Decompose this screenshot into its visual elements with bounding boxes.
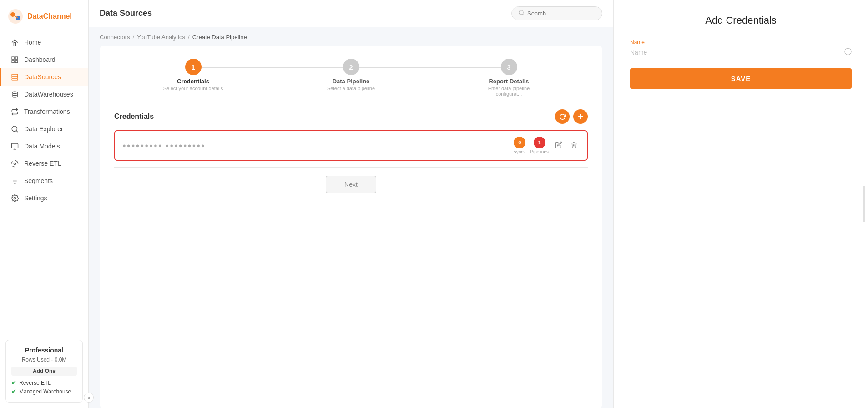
sidebar-item-reverse-etl[interactable]: Reverse ETL	[0, 155, 88, 172]
svg-point-22	[519, 10, 523, 15]
edit-credential-button[interactable]	[553, 140, 564, 151]
save-button[interactable]: SAVE	[630, 68, 852, 89]
search-icon	[518, 10, 525, 17]
sidebar-label-dashboard: Dashboard	[24, 56, 56, 63]
transformations-icon	[10, 107, 19, 116]
sidebar-nav: Home Dashboard DataSources DataWarehouse…	[0, 30, 88, 334]
credential-item[interactable]: ●●●●●●●●● ●●●●●●●●● 0 syncs 1 Pipelines	[114, 130, 588, 161]
segments-icon	[10, 177, 19, 185]
sidebar-item-data-models[interactable]: Data Models	[0, 138, 88, 155]
sidebar-item-transformations[interactable]: Transformations	[0, 103, 88, 120]
steps-row: 1 Credentials Select your account detail…	[114, 59, 588, 97]
name-field-group: Name ⓘ	[630, 39, 852, 68]
step-2: 2 Data Pipeline Select a data pipeline	[272, 59, 430, 91]
svg-rect-10	[12, 79, 18, 80]
svg-point-12	[12, 126, 17, 131]
next-button-wrap: Next	[114, 176, 588, 193]
svg-rect-5	[15, 57, 17, 59]
add-ons-title: Add Ons	[11, 367, 77, 376]
svg-point-21	[14, 197, 15, 199]
sidebar-label-reverse-etl: Reverse ETL	[24, 160, 61, 167]
settings-icon	[10, 194, 19, 202]
delete-credential-button[interactable]	[569, 140, 580, 151]
step-3: 3 Report Details Enter data pipeline con…	[430, 59, 588, 97]
syncs-count-badge: 0	[514, 137, 525, 148]
sidebar-item-home[interactable]: Home	[0, 34, 88, 51]
svg-rect-6	[12, 60, 14, 62]
data-models-icon	[10, 142, 19, 150]
sidebar-label-home: Home	[24, 39, 41, 46]
syncs-badge-group: 0 syncs	[514, 137, 525, 154]
datachannel-logo-icon	[7, 8, 24, 25]
addon-managed-warehouse: ✔ Managed Warehouse	[11, 387, 77, 396]
check-icon-reverse-etl: ✔	[11, 379, 16, 386]
sidebar-item-segments[interactable]: Segments	[0, 172, 88, 189]
sidebar-item-datawarehouses[interactable]: DataWarehouses	[0, 86, 88, 103]
right-panel: Add Credentials Name ⓘ SAVE	[613, 0, 868, 408]
pipelines-count-badge: 1	[534, 137, 545, 148]
sidebar-item-data-explorer[interactable]: Data Explorer	[0, 120, 88, 138]
datawarehouses-icon	[10, 90, 19, 98]
credentials-header: Credentials +	[114, 109, 588, 124]
credential-right: 0 syncs 1 Pipelines	[514, 137, 580, 154]
syncs-label: syncs	[514, 149, 526, 154]
name-field-label: Name	[630, 39, 852, 46]
addon-label-reverse-etl: Reverse ETL	[19, 380, 51, 386]
pipelines-label: Pipelines	[530, 149, 549, 154]
svg-point-17	[14, 163, 15, 164]
breadcrumb-connectors[interactable]: Connectors	[100, 34, 130, 41]
addon-reverse-etl: ✔ Reverse ETL	[11, 378, 77, 387]
sidebar-logo: DataChannel	[0, 0, 88, 30]
svg-rect-8	[12, 74, 18, 76]
credentials-actions: +	[555, 109, 588, 124]
sidebar-label-data-explorer: Data Explorer	[24, 125, 63, 133]
sidebar-collapse-button[interactable]: «	[84, 393, 94, 403]
divider	[114, 167, 588, 168]
next-button[interactable]: Next	[326, 176, 376, 193]
data-explorer-icon	[10, 125, 19, 133]
pipelines-badge-group: 1 Pipelines	[530, 137, 549, 154]
logo-text: DataChannel	[27, 12, 72, 20]
pipeline-card: 1 Credentials Select your account detail…	[100, 46, 602, 408]
svg-rect-4	[12, 57, 14, 59]
step-2-sublabel: Select a data pipeline	[327, 86, 375, 91]
breadcrumb-current: Create Data Pipeline	[192, 34, 247, 41]
main-content: Data Sources Connectors / YouTube Analyt…	[89, 0, 613, 408]
check-icon-managed-warehouse: ✔	[11, 388, 16, 395]
svg-line-13	[16, 130, 17, 132]
svg-rect-14	[11, 143, 18, 148]
credentials-title: Credentials	[114, 112, 154, 121]
scrollbar	[863, 186, 865, 222]
sidebar: DataChannel Home Dashboard DataSources	[0, 0, 89, 408]
search-box[interactable]	[511, 6, 602, 20]
search-input[interactable]	[527, 10, 591, 17]
sidebar-item-dashboard[interactable]: Dashboard	[0, 51, 88, 68]
svg-rect-7	[15, 60, 17, 62]
plus-icon: +	[578, 112, 583, 121]
sidebar-label-datasources: DataSources	[24, 73, 61, 81]
panel-title: Add Credentials	[630, 15, 852, 26]
reverse-etl-icon	[10, 159, 19, 168]
name-field-input[interactable]	[630, 49, 844, 56]
step-2-label: Data Pipeline	[333, 78, 370, 85]
sidebar-item-settings[interactable]: Settings	[0, 189, 88, 207]
datasources-icon	[10, 73, 19, 81]
svg-point-11	[12, 92, 17, 93]
addon-label-managed-warehouse: Managed Warehouse	[19, 388, 71, 395]
dashboard-icon	[10, 56, 19, 64]
step-1-sublabel: Select your account details	[163, 86, 223, 91]
step-1: 1 Credentials Select your account detail…	[114, 59, 272, 91]
sidebar-label-transformations: Transformations	[24, 108, 70, 115]
sidebar-label-settings: Settings	[24, 194, 47, 202]
breadcrumb-youtube[interactable]: YouTube Analytics	[137, 34, 185, 41]
sidebar-label-datawarehouses: DataWarehouses	[24, 91, 73, 98]
breadcrumb: Connectors / YouTube Analytics / Create …	[89, 27, 613, 41]
info-icon[interactable]: ⓘ	[844, 47, 852, 57]
sidebar-item-datasources[interactable]: DataSources	[0, 68, 88, 86]
step-1-circle: 1	[185, 59, 202, 75]
name-field-row: ⓘ	[630, 47, 852, 59]
add-credential-button[interactable]: +	[573, 109, 588, 124]
refresh-credentials-button[interactable]	[555, 109, 570, 124]
step-3-label: Report Details	[489, 78, 529, 85]
svg-line-23	[523, 14, 524, 15]
